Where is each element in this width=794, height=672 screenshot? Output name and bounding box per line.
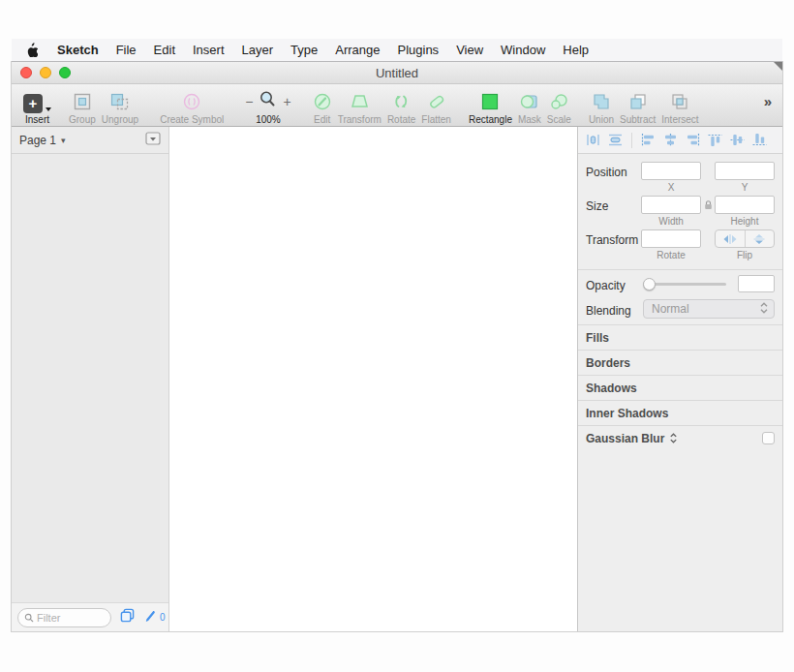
menu-item-arrange[interactable]: Arrange bbox=[326, 43, 388, 57]
gaussian-blur-checkbox[interactable] bbox=[762, 432, 775, 444]
apple-menu[interactable] bbox=[12, 43, 48, 57]
blur-type-stepper-icon[interactable] bbox=[669, 432, 678, 444]
union-icon bbox=[592, 90, 611, 113]
scale-icon bbox=[549, 90, 569, 113]
rectangle-icon bbox=[480, 90, 500, 113]
flip-horizontal-button[interactable] bbox=[716, 230, 745, 247]
toolbar-overflow-button[interactable]: » bbox=[764, 93, 777, 117]
transform-row: Transform Rotate bbox=[586, 229, 775, 260]
page-list-toggle-icon[interactable] bbox=[145, 132, 161, 149]
pages-panel-icon[interactable] bbox=[120, 608, 135, 626]
y-label: Y bbox=[742, 182, 748, 193]
position-x-input[interactable] bbox=[641, 162, 701, 180]
distribute-vertical-icon[interactable] bbox=[607, 133, 624, 147]
position-row: Position X Y bbox=[586, 162, 775, 193]
blending-select[interactable]: Normal bbox=[643, 299, 775, 319]
layers-sidebar: Page 1 ▾ bbox=[12, 127, 169, 631]
rotate-button[interactable]: Rotate bbox=[387, 86, 415, 125]
mask-button[interactable]: Mask bbox=[518, 86, 541, 125]
align-right-icon[interactable] bbox=[685, 133, 701, 147]
section-gaussian-blur[interactable]: Gaussian Blur bbox=[578, 425, 782, 450]
size-width-input[interactable] bbox=[641, 196, 701, 214]
menu-item-layer[interactable]: Layer bbox=[233, 43, 283, 57]
scale-button[interactable]: Scale bbox=[547, 86, 571, 125]
inspector-panel: Position X Y Size bbox=[577, 127, 782, 631]
group-icon bbox=[73, 90, 92, 113]
window-title: Untitled bbox=[376, 66, 418, 80]
flip-label: Flip bbox=[737, 250, 752, 260]
align-center-horizontal-icon[interactable] bbox=[662, 133, 679, 147]
intersect-button[interactable]: Intersect bbox=[661, 86, 698, 125]
menu-item-view[interactable]: View bbox=[447, 43, 492, 57]
canvas[interactable] bbox=[169, 127, 577, 631]
section-fills[interactable]: Fills bbox=[578, 324, 782, 350]
menu-item-help[interactable]: Help bbox=[554, 43, 597, 57]
distribute-horizontal-icon[interactable] bbox=[585, 133, 601, 147]
flip-control bbox=[715, 229, 775, 248]
union-button[interactable]: Union bbox=[589, 86, 614, 125]
menu-item-edit[interactable]: Edit bbox=[145, 43, 184, 57]
geometry-section: Position X Y Size bbox=[578, 154, 782, 270]
opacity-slider[interactable] bbox=[643, 278, 726, 290]
section-inner-shadows[interactable]: Inner Shadows bbox=[578, 400, 782, 425]
magnifier-icon bbox=[259, 90, 277, 112]
create-symbol-button[interactable]: Create Symbol bbox=[160, 86, 224, 125]
page-caret-icon[interactable]: ▾ bbox=[61, 136, 66, 145]
opacity-label: Opacity bbox=[586, 275, 641, 292]
divider bbox=[631, 133, 632, 148]
apple-logo-icon bbox=[25, 43, 38, 57]
size-height-input[interactable] bbox=[715, 196, 775, 214]
zoom-in-button[interactable]: + bbox=[283, 94, 290, 109]
intersect-icon bbox=[670, 90, 689, 113]
lock-proportions-icon[interactable] bbox=[701, 196, 715, 227]
menu-item-type[interactable]: Type bbox=[282, 43, 326, 57]
rotate-input[interactable] bbox=[641, 229, 701, 248]
edit-button[interactable]: Edit bbox=[313, 86, 332, 125]
opacity-input[interactable] bbox=[738, 275, 775, 292]
menu-item-plugins[interactable]: Plugins bbox=[388, 43, 447, 57]
slider-thumb[interactable] bbox=[643, 278, 656, 290]
menu-item-insert[interactable]: Insert bbox=[184, 43, 233, 57]
inspector-empty-area bbox=[578, 450, 782, 631]
align-middle-vertical-icon[interactable] bbox=[729, 133, 746, 147]
menu-item-file[interactable]: File bbox=[107, 43, 145, 57]
position-y-input[interactable] bbox=[715, 162, 775, 180]
opacity-row: Opacity bbox=[578, 270, 782, 297]
section-borders[interactable]: Borders bbox=[578, 350, 782, 375]
ungroup-button[interactable]: Ungroup bbox=[102, 86, 138, 125]
zoom-window-button[interactable] bbox=[59, 67, 71, 78]
insert-button[interactable]: + Insert bbox=[23, 86, 51, 125]
close-button[interactable] bbox=[20, 67, 32, 78]
fullscreen-corner-icon[interactable] bbox=[774, 62, 782, 71]
toolbar: + Insert Group Ungroup bbox=[12, 84, 782, 127]
stepper-chevrons-icon bbox=[759, 301, 769, 318]
transform-label: Transform bbox=[586, 229, 641, 260]
group-button[interactable]: Group bbox=[69, 86, 96, 125]
minimize-button[interactable] bbox=[40, 67, 51, 78]
flip-vertical-button[interactable] bbox=[745, 230, 775, 247]
title-bar[interactable]: Untitled bbox=[12, 62, 782, 84]
section-shadows[interactable]: Shadows bbox=[578, 375, 782, 400]
align-bottom-icon[interactable] bbox=[751, 133, 768, 147]
position-label: Position bbox=[586, 162, 641, 193]
subtract-button[interactable]: Subtract bbox=[620, 86, 656, 125]
filter-input[interactable] bbox=[37, 612, 105, 624]
menu-item-window[interactable]: Window bbox=[492, 43, 554, 57]
zoom-out-button[interactable]: − bbox=[245, 94, 253, 109]
transform-button[interactable]: Transform bbox=[338, 86, 382, 125]
ungroup-icon bbox=[109, 90, 130, 113]
search-icon bbox=[24, 609, 34, 626]
layer-list[interactable] bbox=[12, 154, 168, 602]
align-left-icon[interactable] bbox=[640, 133, 657, 147]
rectangle-button[interactable]: Rectangle bbox=[469, 86, 512, 125]
pencil-icon[interactable] bbox=[143, 609, 156, 626]
menu-item-sketch[interactable]: Sketch bbox=[48, 43, 107, 57]
desktop: Sketch File Edit Insert Layer Type Arran… bbox=[0, 0, 794, 672]
width-label: Width bbox=[658, 216, 684, 227]
align-top-icon[interactable] bbox=[707, 133, 723, 147]
filter-field[interactable] bbox=[17, 608, 111, 627]
flatten-button[interactable]: Flatten bbox=[421, 86, 451, 125]
alignment-toolbar bbox=[578, 127, 782, 154]
pencil-count: 0 bbox=[160, 612, 166, 623]
page-selector[interactable]: Page 1 bbox=[19, 134, 56, 147]
